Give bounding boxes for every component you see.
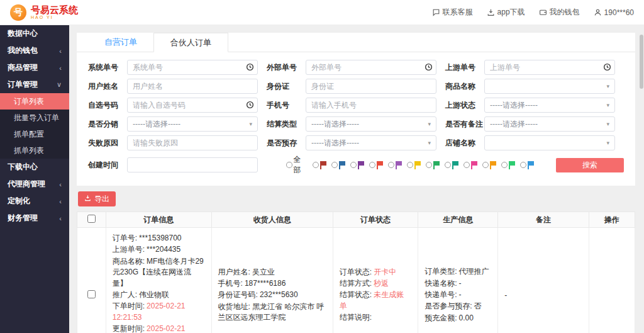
flag-radio[interactable] — [482, 162, 489, 168]
top-header: 号 号易云系统 HAO YI 联系客服 app下载 我的钱包 190***60 — [0, 0, 644, 25]
order-line: 订单号:***15398700 — [113, 233, 205, 244]
select-all-checkbox[interactable] — [87, 215, 96, 223]
status-line: 结算方式:秒返 — [340, 278, 411, 289]
header-order-status: 订单状态 — [333, 212, 418, 228]
flag-option[interactable] — [464, 161, 478, 169]
flag-option[interactable] — [445, 161, 459, 169]
sidebar-item-order-list[interactable]: 订单列表 — [0, 93, 69, 110]
flag-option[interactable] — [482, 161, 497, 169]
chevron-left-icon: ‹ — [59, 181, 62, 188]
cell-key: 用户姓名: — [218, 268, 250, 276]
cell-key: 快递单号: — [425, 290, 457, 299]
status-line: 结算说明: — [340, 312, 411, 323]
flag-radio[interactable] — [350, 162, 357, 168]
shop-name-select[interactable]: ▾ — [484, 135, 615, 150]
upstream-status-select[interactable]: -----请选择-----▾ — [484, 98, 615, 113]
contact-support-link[interactable]: 联系客服 — [432, 7, 473, 18]
user-name-input[interactable] — [127, 79, 258, 94]
recipient-line: 身份证号码:232***5630 — [218, 290, 326, 300]
flag-radio[interactable] — [407, 162, 413, 168]
flag-option[interactable] — [350, 161, 365, 169]
flag-radio[interactable] — [369, 162, 375, 168]
filter-fail-reason: 失败原因 — [88, 135, 267, 150]
flag-all-label: 全部 — [294, 154, 309, 176]
row-checkbox[interactable] — [87, 290, 96, 298]
recipient-line: 收货地址:黑龙江省 哈尔滨市 呼兰区区远东理工学院 — [218, 302, 326, 324]
flag-option[interactable] — [331, 161, 346, 169]
select-value: -----请选择----- — [490, 119, 538, 130]
sidebar-item-grab-order-list[interactable]: 抓单列表 — [0, 142, 69, 159]
brand-logo: 号 号易云系统 HAO YI — [10, 4, 78, 21]
app-download-link[interactable]: app下载 — [487, 7, 525, 18]
flag-radio[interactable] — [313, 162, 319, 168]
flag-all-radio[interactable] — [286, 162, 292, 168]
page-scrollbar-thumb[interactable] — [640, 35, 643, 89]
flag-radio[interactable] — [501, 162, 508, 168]
order-line: 上游单号:***204435 — [113, 244, 205, 255]
sidebar-item-finance-mgmt[interactable]: 财务管理‹ — [0, 210, 69, 227]
sidebar-item-label: 订单管理 — [8, 79, 38, 90]
remark-cell: - — [498, 228, 589, 333]
tab-partner-orders[interactable]: 合伙人订单 — [153, 33, 228, 52]
is-distribution-select[interactable]: -----请选择-----▾ — [127, 116, 258, 132]
is-prestore-select[interactable]: -----请选择-----▾ — [306, 135, 436, 150]
sidebar-item-order-mgmt[interactable]: 订单管理∨ — [0, 76, 69, 93]
flag-option[interactable] — [520, 161, 535, 169]
search-button[interactable]: 搜索 — [556, 158, 624, 172]
chevron-down-icon: ▾ — [606, 102, 609, 108]
sidebar-item-batch-import-orders[interactable]: 批量导入订单 — [0, 110, 69, 126]
sidebar-item-label: 我的钱包 — [8, 45, 38, 56]
product-name-select[interactable]: ▾ — [484, 79, 615, 94]
sidebar-item-grab-order-config[interactable]: 抓单配置 — [0, 126, 69, 142]
orders-table-card: 订单信息 收货人信息 订单状态 生产信息 备注 操作 订单号:***153987… — [77, 212, 635, 333]
status-line: 结算状态:未生成账单 — [340, 290, 411, 312]
my-wallet-link[interactable]: 我的钱包 — [539, 7, 580, 18]
cell-key: 推广人: — [113, 290, 137, 299]
flag-radio[interactable] — [331, 162, 338, 168]
upstream-no-input[interactable] — [484, 60, 615, 75]
sidebar-item-product-mgmt[interactable]: 商品管理‹ — [0, 59, 69, 76]
flag-icon — [528, 161, 535, 169]
flag-radio[interactable] — [464, 162, 470, 168]
flag-all-option[interactable]: 全部 — [286, 154, 309, 176]
sidebar-item-download-center[interactable]: 下载中心 — [0, 159, 69, 176]
recipient-line: 用户姓名:吴立业 — [218, 267, 326, 278]
flag-option[interactable] — [501, 161, 516, 169]
app-download-label: app下载 — [497, 7, 525, 18]
phone-input[interactable] — [306, 98, 436, 113]
flag-radio[interactable] — [388, 162, 394, 168]
sidebar-item-data-center[interactable]: 数据中心 — [0, 25, 69, 42]
sidebar-subitem-label: 抓单配置 — [14, 129, 44, 140]
flag-option[interactable] — [313, 161, 327, 169]
flag-radio[interactable] — [520, 162, 526, 168]
flag-option[interactable] — [426, 161, 440, 169]
id-card-input[interactable] — [306, 79, 436, 94]
flag-option[interactable] — [388, 161, 402, 169]
tab-self-orders[interactable]: 自营订单 — [88, 33, 153, 52]
account-menu[interactable]: 190***60 — [594, 8, 634, 17]
flag-option[interactable] — [369, 161, 384, 169]
sidebar-item-my-wallet[interactable]: 我的钱包‹ — [0, 42, 69, 59]
fail-reason-input[interactable] — [127, 135, 258, 150]
flag-option[interactable] — [407, 161, 421, 169]
time-icon[interactable] — [246, 101, 254, 109]
sidebar-item-customization[interactable]: 定制化‹ — [0, 193, 69, 210]
has-remark-select[interactable]: -----请选择-----▾ — [484, 116, 615, 132]
flag-radio[interactable] — [445, 162, 451, 168]
time-icon[interactable] — [246, 63, 254, 71]
flag-icon — [396, 161, 402, 169]
system-no-input[interactable] — [127, 60, 258, 75]
chevron-down-icon: ▾ — [428, 121, 431, 127]
sidebar-item-agent-mgmt[interactable]: 代理商管理‹ — [0, 176, 69, 193]
flag-icon — [471, 161, 478, 169]
settle-type-select[interactable]: -----请选择-----▾ — [306, 116, 436, 132]
field-label: 系统单号 — [88, 62, 127, 73]
main-content: 自营订单 合伙人订单 系统单号 外部单号 — [69, 25, 644, 333]
custom-number-input[interactable] — [127, 98, 258, 113]
flag-radio[interactable] — [426, 162, 432, 168]
time-icon[interactable] — [603, 63, 611, 71]
time-icon[interactable] — [425, 63, 433, 71]
external-no-input[interactable] — [306, 60, 436, 75]
export-button[interactable]: 导出 — [78, 191, 116, 206]
create-time-input[interactable] — [127, 157, 258, 172]
